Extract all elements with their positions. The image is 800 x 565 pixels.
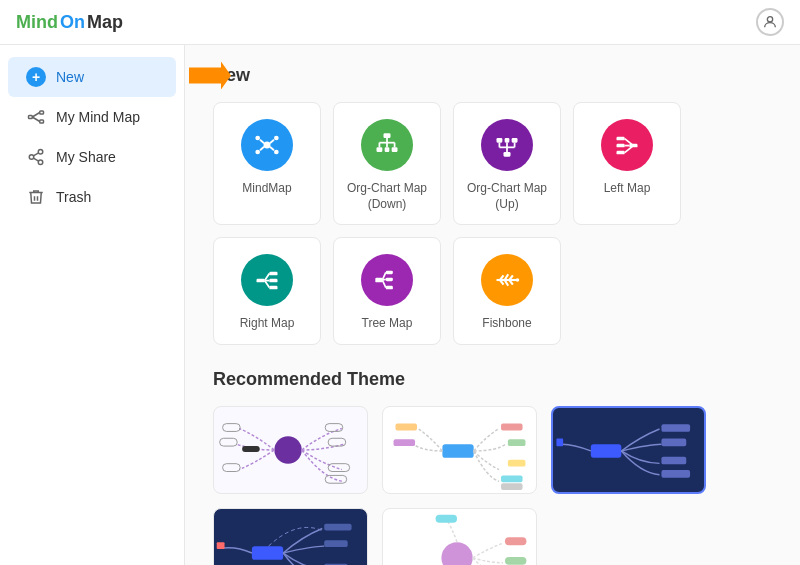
main-layout: + New My Mind Map bbox=[0, 45, 800, 565]
svg-rect-71 bbox=[223, 463, 241, 471]
svg-rect-46 bbox=[257, 279, 265, 283]
map-card-fishbone[interactable]: Fishbone bbox=[453, 237, 561, 345]
svg-rect-96 bbox=[217, 542, 225, 549]
svg-line-20 bbox=[270, 147, 274, 151]
mindmap-label: MindMap bbox=[242, 181, 291, 197]
tree-map-label: Tree Map bbox=[362, 316, 413, 332]
svg-rect-79 bbox=[508, 439, 526, 446]
theme-card-3[interactable] bbox=[551, 406, 706, 494]
map-card-right-map[interactable]: Right Map bbox=[213, 237, 321, 345]
svg-rect-53 bbox=[375, 278, 382, 283]
svg-point-9 bbox=[38, 160, 43, 165]
right-map-label: Right Map bbox=[240, 316, 295, 332]
map-card-org-chart-up[interactable]: Org-Chart Map (Up) bbox=[453, 102, 561, 225]
map-card-tree-map[interactable]: Tree Map bbox=[333, 237, 441, 345]
svg-line-52 bbox=[265, 281, 270, 288]
org-chart-up-icon bbox=[481, 119, 533, 171]
svg-rect-55 bbox=[386, 278, 393, 282]
svg-rect-24 bbox=[392, 147, 398, 152]
new-section-title: New bbox=[213, 65, 772, 86]
svg-rect-101 bbox=[436, 515, 458, 523]
svg-point-19 bbox=[274, 150, 279, 155]
svg-rect-72 bbox=[325, 423, 343, 431]
trash-icon bbox=[26, 187, 46, 207]
sidebar-item-new[interactable]: + New bbox=[8, 57, 176, 97]
svg-rect-92 bbox=[324, 523, 351, 530]
svg-rect-90 bbox=[556, 438, 563, 446]
svg-point-13 bbox=[255, 136, 260, 141]
svg-rect-91 bbox=[252, 546, 283, 560]
svg-point-67 bbox=[516, 278, 520, 282]
map-card-org-chart-down[interactable]: Org-Chart Map(Down) bbox=[333, 102, 441, 225]
org-chart-up-label: Org-Chart Map (Up) bbox=[462, 181, 552, 212]
fishbone-label: Fishbone bbox=[482, 316, 531, 332]
org-chart-down-label: Org-Chart Map(Down) bbox=[347, 181, 427, 212]
map-card-mindmap[interactable]: MindMap bbox=[213, 102, 321, 225]
svg-line-14 bbox=[260, 140, 264, 144]
svg-rect-85 bbox=[591, 444, 622, 457]
svg-point-8 bbox=[29, 155, 34, 160]
svg-line-5 bbox=[32, 113, 40, 118]
svg-line-45 bbox=[625, 146, 634, 153]
svg-rect-69 bbox=[223, 423, 241, 431]
user-account-icon[interactable] bbox=[756, 8, 784, 36]
svg-point-15 bbox=[255, 150, 260, 155]
share-icon bbox=[26, 147, 46, 167]
svg-rect-47 bbox=[269, 272, 277, 276]
svg-line-43 bbox=[625, 139, 634, 146]
svg-rect-86 bbox=[661, 424, 690, 432]
svg-rect-93 bbox=[324, 540, 347, 547]
svg-rect-33 bbox=[512, 138, 518, 143]
svg-point-17 bbox=[274, 136, 279, 141]
svg-rect-42 bbox=[617, 151, 625, 155]
svg-rect-70 bbox=[220, 438, 238, 446]
map-card-left-map[interactable]: Left Map bbox=[573, 102, 681, 225]
content-area: New MindMap bbox=[185, 45, 800, 565]
fishbone-icon bbox=[481, 254, 533, 306]
sidebar-item-my-share-label: My Share bbox=[56, 149, 116, 165]
svg-rect-78 bbox=[501, 423, 522, 430]
theme-card-2[interactable] bbox=[382, 406, 537, 494]
svg-line-10 bbox=[33, 158, 38, 161]
svg-rect-83 bbox=[394, 439, 416, 446]
logo-on: On bbox=[60, 12, 85, 33]
svg-line-51 bbox=[265, 274, 270, 281]
header: MindOnMap bbox=[0, 0, 800, 45]
sidebar-item-my-mind-map-label: My Mind Map bbox=[56, 109, 140, 125]
sidebar-item-trash[interactable]: Trash bbox=[8, 177, 176, 217]
logo: MindOnMap bbox=[16, 12, 123, 33]
theme-card-5[interactable] bbox=[382, 508, 537, 565]
svg-rect-81 bbox=[501, 475, 522, 482]
svg-rect-40 bbox=[617, 137, 625, 141]
svg-point-0 bbox=[767, 17, 772, 22]
theme-card-4[interactable] bbox=[213, 508, 368, 565]
tree-map-icon bbox=[361, 254, 413, 306]
svg-rect-89 bbox=[661, 470, 690, 478]
right-map-icon bbox=[241, 254, 293, 306]
sidebar-item-new-label: New bbox=[56, 69, 84, 85]
arrow-indicator bbox=[181, 62, 231, 93]
theme-card-1[interactable] bbox=[213, 406, 368, 494]
svg-rect-56 bbox=[386, 286, 393, 290]
org-chart-down-icon bbox=[361, 119, 413, 171]
svg-rect-54 bbox=[386, 271, 393, 275]
svg-rect-3 bbox=[40, 111, 44, 114]
svg-point-7 bbox=[38, 150, 43, 155]
logo-mind: Mind bbox=[16, 12, 58, 33]
svg-rect-99 bbox=[505, 557, 527, 565]
svg-rect-98 bbox=[505, 537, 527, 545]
mindmap-circle-icon bbox=[241, 119, 293, 171]
svg-rect-87 bbox=[661, 438, 686, 446]
svg-rect-80 bbox=[508, 460, 526, 467]
sidebar-item-trash-label: Trash bbox=[56, 189, 91, 205]
svg-rect-30 bbox=[504, 152, 511, 157]
svg-rect-77 bbox=[442, 444, 473, 458]
svg-rect-74 bbox=[328, 463, 350, 471]
theme-grid bbox=[213, 406, 772, 565]
svg-rect-41 bbox=[617, 144, 625, 148]
svg-rect-32 bbox=[505, 138, 510, 143]
map-type-grid: MindMap Org-C bbox=[213, 102, 772, 345]
sidebar-item-my-share[interactable]: My Share bbox=[8, 137, 176, 177]
svg-rect-23 bbox=[385, 147, 390, 152]
sidebar-item-my-mind-map[interactable]: My Mind Map bbox=[8, 97, 176, 137]
